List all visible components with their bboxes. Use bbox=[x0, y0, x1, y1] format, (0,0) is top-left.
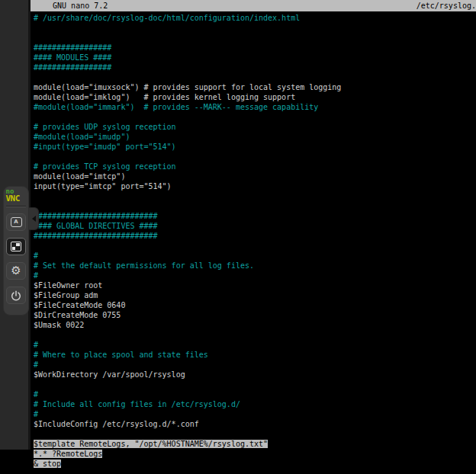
terminal-line: $FileOwner root bbox=[34, 280, 476, 290]
sidebar-divider bbox=[6, 206, 26, 207]
terminal-line: *.* ?RemoteLogs bbox=[34, 449, 476, 459]
terminal-line: # bbox=[34, 389, 476, 399]
terminal-line: # /usr/share/doc/rsyslog-doc/html/config… bbox=[34, 13, 476, 23]
disconnect-button[interactable] bbox=[6, 287, 26, 304]
power-icon bbox=[10, 290, 22, 302]
terminal-line: # bbox=[34, 251, 476, 261]
terminal-line bbox=[34, 23, 476, 33]
nano-title-bar: GNU nano 7.2 /etc/rsyslog. bbox=[31, 0, 476, 11]
terminal-line: input(type="imtcp" port="514") bbox=[34, 181, 476, 191]
terminal-line: #module(load="imudp") bbox=[34, 132, 476, 142]
clipboard-button[interactable]: A bbox=[6, 213, 26, 231]
terminal-line: # bbox=[34, 271, 476, 280]
terminal-line bbox=[34, 380, 476, 389]
terminal-line: & stop bbox=[34, 459, 476, 469]
terminal-line bbox=[34, 330, 476, 340]
terminal-line: ########################### bbox=[34, 211, 476, 221]
terminal-line bbox=[34, 33, 476, 43]
terminal-line: $IncludeConfig /etc/rsyslog.d/*.conf bbox=[34, 419, 476, 429]
terminal-line: module(load="imklog") # provides kernel … bbox=[34, 92, 476, 102]
terminal-line bbox=[34, 72, 476, 82]
terminal-lines: # /usr/share/doc/rsyslog-doc/html/config… bbox=[31, 11, 476, 469]
novnc-logo: no VNC bbox=[4, 189, 29, 203]
fullscreen-icon bbox=[11, 242, 21, 251]
terminal-line: module(load="imtcp") bbox=[34, 171, 476, 181]
terminal-line: # provides TCP syslog reception bbox=[34, 162, 476, 171]
terminal-line: ################# bbox=[34, 43, 476, 53]
terminal-line: $WorkDirectory /var/spool/rsyslog bbox=[34, 370, 476, 380]
nano-app-title: GNU nano 7.2 bbox=[43, 1, 108, 11]
terminal-line: #module(load="immark") # provides --MARK… bbox=[34, 102, 476, 112]
control-bar-handle[interactable] bbox=[29, 207, 39, 230]
vnc-screen-terminal[interactable]: GNU nano 7.2 /etc/rsyslog. # /usr/share/… bbox=[31, 0, 476, 474]
terminal-line: $FileGroup adm bbox=[34, 290, 476, 300]
terminal-line: module(load="imuxsock") # provides suppo… bbox=[34, 82, 476, 92]
novnc-control-bar: no VNC A ⚙ bbox=[3, 186, 29, 315]
terminal-line bbox=[34, 152, 476, 162]
settings-button[interactable]: ⚙ bbox=[6, 262, 26, 280]
terminal-line bbox=[34, 201, 476, 211]
nano-file-path: /etc/rsyslog. bbox=[416, 1, 476, 11]
fullscreen-button[interactable] bbox=[6, 238, 26, 255]
collapse-arrow-icon bbox=[32, 216, 36, 222]
clipboard-icon: A bbox=[11, 217, 22, 227]
terminal-line: #### MODULES #### bbox=[34, 53, 476, 62]
terminal-line: #input(type="imudp" port="514") bbox=[34, 142, 476, 152]
terminal-line: # bbox=[34, 409, 476, 419]
terminal-line bbox=[34, 112, 476, 122]
terminal-line: # bbox=[34, 340, 476, 350]
terminal-line bbox=[34, 241, 476, 251]
gear-icon: ⚙ bbox=[11, 265, 21, 277]
terminal-line: $Umask 0022 bbox=[34, 320, 476, 330]
terminal-line: # Set the default permissions for all lo… bbox=[34, 261, 476, 271]
terminal-line bbox=[34, 429, 476, 439]
terminal-line: #### GLOBAL DIRECTIVES #### bbox=[34, 221, 476, 231]
terminal-line: ################# bbox=[34, 62, 476, 72]
terminal-line: # provides UDP syslog reception bbox=[34, 122, 476, 132]
terminal-line: $FileCreateMode 0640 bbox=[34, 300, 476, 310]
terminal-line: # Include all config files in /etc/rsysl… bbox=[34, 399, 476, 409]
terminal-line: $DirCreateMode 0755 bbox=[34, 310, 476, 320]
terminal-line bbox=[34, 191, 476, 201]
terminal-line: ########################### bbox=[34, 231, 476, 241]
novnc-logo-vnc: VNC bbox=[6, 194, 29, 203]
terminal-line: # bbox=[34, 360, 476, 370]
terminal-line: # Where to place spool and state files bbox=[34, 350, 476, 360]
terminal-line: $template RemoteLogs, "/opt/%HOSTNAME%/r… bbox=[34, 439, 476, 449]
